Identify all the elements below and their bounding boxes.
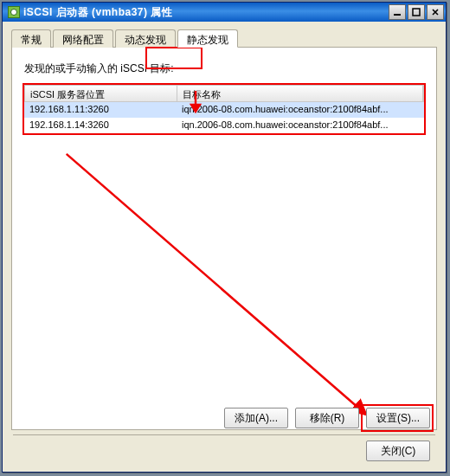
- titlebar[interactable]: iSCSI 启动器 (vmhba37) 属性: [3, 3, 446, 22]
- svg-rect-2: [413, 9, 420, 16]
- col-server[interactable]: iSCSI 服务器位置: [25, 86, 177, 101]
- tab-dynamic[interactable]: 动态发现: [115, 29, 176, 48]
- cell-server: 192.168.1.11:3260: [24, 102, 177, 118]
- window-title: iSCSI 启动器 (vmhba37) 属性: [23, 5, 389, 20]
- tab-panel-static: 发现的或手动输入的 iSCSI 目标: iSCSI 服务器位置 目标名称 192…: [11, 48, 437, 430]
- close-row: 关闭(C): [366, 441, 430, 461]
- separator: [13, 434, 435, 435]
- targets-table: iSCSI 服务器位置 目标名称 192.168.1.11:3260 iqn.2…: [22, 83, 426, 135]
- client-area: 常规 网络配置 动态发现 静态发现 发现的或手动输入的 iSCSI 目标: iS…: [6, 25, 442, 468]
- tab-bar: 常规 网络配置 动态发现 静态发现: [11, 29, 437, 48]
- add-button[interactable]: 添加(A)...: [224, 408, 288, 428]
- svg-rect-1: [394, 14, 401, 16]
- close-window-button[interactable]: [427, 4, 444, 20]
- close-button[interactable]: 关闭(C): [366, 441, 430, 461]
- tab-general[interactable]: 常规: [11, 29, 51, 48]
- settings-button[interactable]: 设置(S)...: [366, 408, 430, 428]
- cell-target: iqn.2006-08.com.huawei:oceanstor:2100f84…: [177, 118, 424, 133]
- cell-target: iqn.2006-08.com.huawei:oceanstor:2100f84…: [177, 102, 424, 118]
- maximize-button[interactable]: [408, 4, 425, 20]
- table-row[interactable]: 192.168.1.11:3260 iqn.2006-08.com.huawei…: [24, 102, 424, 118]
- table-body: 192.168.1.11:3260 iqn.2006-08.com.huawei…: [24, 102, 424, 133]
- button-row: 添加(A)... 移除(R) 设置(S)...: [224, 408, 430, 428]
- cell-server: 192.168.1.14:3260: [24, 118, 177, 133]
- table-row[interactable]: 192.168.1.14:3260 iqn.2006-08.com.huawei…: [24, 118, 424, 133]
- tab-network[interactable]: 网络配置: [53, 29, 113, 48]
- minimize-button[interactable]: [389, 4, 406, 20]
- col-target[interactable]: 目标名称: [177, 86, 423, 101]
- tab-static[interactable]: 静态发现: [177, 29, 238, 48]
- targets-label: 发现的或手动输入的 iSCSI 目标:: [24, 61, 428, 76]
- window-buttons: [389, 4, 444, 20]
- remove-button[interactable]: 移除(R): [295, 408, 359, 428]
- dialog-window: iSCSI 启动器 (vmhba37) 属性 常规 网络配置 动态发现 静态发现…: [2, 2, 447, 473]
- app-icon: [8, 6, 20, 18]
- svg-point-0: [11, 10, 17, 16]
- table-header: iSCSI 服务器位置 目标名称: [24, 85, 424, 102]
